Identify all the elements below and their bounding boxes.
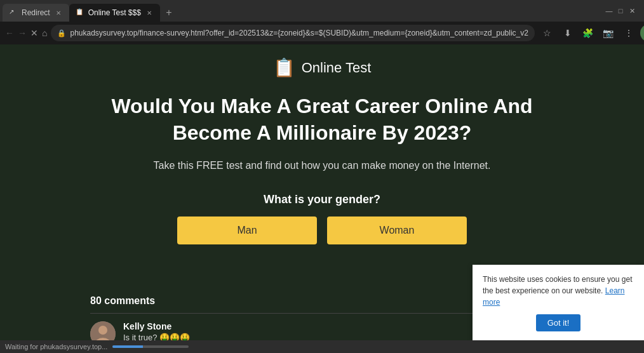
site-title: Online Test [302, 60, 372, 76]
maximize-button[interactable]: □ [616, 6, 625, 15]
comment-avatar [90, 321, 116, 340]
new-tab-button[interactable]: + [160, 4, 178, 22]
reload-button[interactable]: ✕ [30, 24, 38, 42]
minimize-button[interactable]: — [605, 6, 614, 15]
browser-chrome: ↗ Redirect ✕ 📋 Online Test $$$ ✕ + — □ ✕… [0, 0, 644, 44]
svg-point-1 [98, 326, 107, 335]
toolbar-icons: ☆ ⬇ 🧩 📷 ⋮ G [539, 24, 644, 42]
gender-question: What is your gender? [81, 193, 563, 206]
title-bar: ↗ Redirect ✕ 📋 Online Test $$$ ✕ + — □ ✕ [0, 0, 644, 22]
comment-text: Is it true? 🤑🤑🤑 [123, 333, 190, 340]
download-button[interactable]: ⬇ [559, 24, 577, 42]
status-progress-bar [112, 345, 189, 348]
comment-body: Kelly Stone Is it true? 🤑🤑🤑 [123, 321, 190, 340]
man-button[interactable]: Man [177, 216, 317, 244]
commenter-name: Kelly Stone [123, 321, 190, 331]
forward-button[interactable]: → [18, 24, 27, 42]
page-inner: 📋 Online Test Would You Make A Great Car… [68, 44, 576, 295]
more-button[interactable]: ⋮ [620, 24, 638, 42]
tab-online-test[interactable]: 📋 Online Test $$$ ✕ [69, 4, 160, 22]
extensions-button[interactable]: 🧩 [579, 24, 597, 42]
lock-icon: 🔒 [57, 29, 66, 37]
sub-text: Take this FREE test and find out how you… [81, 157, 563, 174]
tab-favicon-redirect: ↗ [9, 8, 18, 17]
address-bar[interactable]: 🔒 phukadsysurvey.top/finance-survey.html… [51, 25, 534, 41]
site-header: 📋 Online Test [81, 57, 563, 78]
tab-label-redirect: Redirect [22, 8, 50, 17]
tab-redirect[interactable]: ↗ Redirect ✕ [3, 4, 69, 22]
home-button[interactable]: ⌂ [42, 24, 47, 42]
close-button[interactable]: ✕ [627, 6, 636, 15]
comments-count: 80 comments [90, 295, 155, 307]
tab-area: ↗ Redirect ✕ 📋 Online Test $$$ ✕ + [3, 0, 603, 22]
main-heading: Would You Make A Great Career Online And… [81, 93, 563, 146]
address-text: phukadsysurvey.top/finance-survey.html?o… [70, 29, 528, 37]
cookie-text: This website uses cookies to ensure you … [483, 274, 634, 308]
cookie-got-it-button[interactable]: Got it! [536, 314, 581, 331]
back-button[interactable]: ← [5, 24, 14, 42]
tab-label-online-test: Online Test $$$ [88, 8, 141, 17]
avatar-image [90, 321, 116, 340]
screenshot-button[interactable]: 📷 [600, 24, 617, 42]
gender-buttons: Man Woman [81, 216, 563, 244]
status-bar: Waiting for phukadsysurvey.top... [0, 340, 644, 353]
cookie-consent: This website uses cookies to ensure you … [473, 265, 644, 340]
bookmark-button[interactable]: ☆ [539, 24, 556, 42]
page-content: 📋 Online Test Would You Make A Great Car… [0, 44, 644, 340]
tab-favicon-online-test: 📋 [76, 8, 84, 17]
status-progress-fill [112, 345, 143, 348]
window-controls: — □ ✕ [605, 6, 641, 15]
nav-bar: ← → ✕ ⌂ 🔒 phukadsysurvey.top/finance-sur… [0, 22, 644, 44]
woman-button[interactable]: Woman [327, 216, 467, 244]
tab-close-redirect[interactable]: ✕ [54, 8, 63, 17]
status-text: Waiting for phukadsysurvey.top... [5, 343, 107, 350]
tab-close-online-test[interactable]: ✕ [145, 8, 154, 17]
site-icon: 📋 [273, 57, 295, 78]
profile-button[interactable]: G [640, 24, 644, 42]
